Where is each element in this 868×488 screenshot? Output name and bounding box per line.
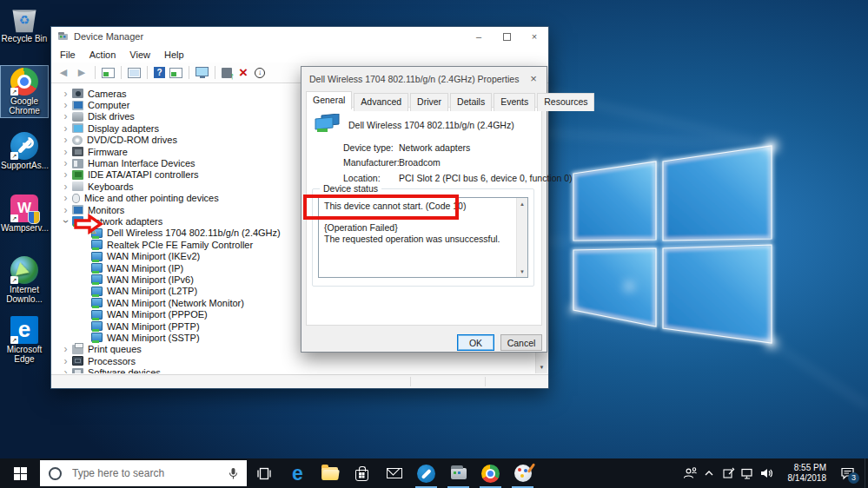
tree-row-label: Cameras — [87, 89, 127, 99]
scroll-down-icon[interactable]: ▼ — [536, 361, 547, 373]
update-driver-icon[interactable] — [222, 68, 232, 78]
shortcut-arrow-icon: ↗ — [10, 276, 18, 284]
task-view-button[interactable] — [247, 458, 282, 488]
tree-row-label: WAN Miniport (Network Monitor) — [106, 298, 244, 308]
taskbar-chrome[interactable] — [474, 458, 507, 488]
tree-row-label: WAN Miniport (SSTP) — [106, 333, 200, 343]
people-icon[interactable] — [680, 458, 699, 488]
network-card-icon — [91, 263, 103, 273]
scan-hardware-icon[interactable] — [195, 67, 209, 76]
uninstall-icon[interactable] — [236, 66, 250, 79]
file-explorer-icon — [321, 467, 338, 479]
tree-row[interactable]: › Software devices — [51, 366, 535, 373]
microphone-icon[interactable] — [229, 467, 238, 480]
chevron-icon[interactable]: › — [60, 159, 71, 168]
tab-driver[interactable]: Driver — [410, 93, 448, 111]
scroll-up-icon[interactable]: ▲ — [517, 198, 527, 209]
status-scrollbar[interactable]: ▲ ▼ — [516, 198, 527, 277]
recycle-bin-icon — [10, 5, 38, 33]
network-icon[interactable] — [738, 458, 757, 488]
chevron-icon[interactable]: › — [60, 124, 71, 133]
tree-row[interactable]: › Processors — [51, 355, 535, 366]
dialog-close-icon[interactable]: × — [520, 67, 547, 90]
tab-resources[interactable]: Resources — [537, 93, 594, 111]
desktop-icon-google-chrome[interactable]: ↗ Google Chrome — [1, 66, 48, 117]
chevron-icon[interactable]: › — [60, 345, 71, 353]
menu-action[interactable]: Action — [83, 48, 123, 62]
menu-view[interactable]: View — [123, 48, 157, 62]
chevron-icon[interactable]: › — [60, 101, 71, 109]
shortcut-arrow-icon: ↗ — [10, 214, 18, 222]
desktop-icon-label: Recycle Bin — [1, 34, 48, 43]
close-button[interactable]: × — [520, 27, 548, 46]
chevron-icon[interactable]: › — [60, 182, 71, 191]
chevron-icon[interactable]: › — [60, 194, 71, 202]
ok-button[interactable]: OK — [457, 334, 494, 351]
volume-icon[interactable] — [757, 458, 776, 488]
menu-file[interactable]: File — [53, 48, 83, 62]
chevron-up-icon[interactable] — [699, 458, 719, 488]
export-list-icon[interactable] — [169, 68, 182, 78]
back-icon[interactable] — [56, 66, 70, 79]
chevron-icon[interactable]: › — [60, 112, 71, 121]
desktop-icon-microsoft-edge[interactable]: ↗ Microsoft Edge — [1, 314, 48, 366]
show-desktop-strip[interactable] — [865, 458, 868, 488]
firmware-icon — [72, 147, 83, 156]
taskbar-file-explorer[interactable] — [314, 458, 346, 488]
printer-icon — [72, 345, 83, 354]
taskbar-store[interactable] — [346, 458, 378, 488]
chevron-icon[interactable]: › — [60, 206, 71, 214]
tab-events[interactable]: Events — [494, 93, 535, 111]
chevron-icon[interactable]: › — [60, 357, 71, 366]
taskbar-search[interactable] — [40, 460, 247, 486]
chevron-icon[interactable]: › — [60, 170, 71, 179]
desktop-icon-label: SupportAs... — [1, 161, 48, 170]
chevron-icon[interactable]: › — [60, 135, 71, 144]
shortcut-arrow-icon: ↗ — [10, 152, 18, 160]
status-line: The requested operation was unsuccessful… — [324, 234, 510, 245]
show-console-tree-icon[interactable] — [102, 68, 115, 78]
desktop-icon-recycle-bin[interactable]: Recycle Bin — [1, 3, 48, 45]
clock[interactable]: 8:55 PM 8/14/2018 — [776, 463, 830, 484]
scroll-down-icon[interactable]: ▼ — [517, 266, 527, 277]
tab-advanced[interactable]: Advanced — [354, 93, 408, 111]
cancel-button[interactable]: Cancel — [500, 334, 542, 351]
location-label: Location: — [343, 173, 381, 183]
menu-help[interactable]: Help — [157, 48, 191, 62]
tab-details[interactable]: Details — [450, 93, 492, 111]
taskbar-device-manager[interactable] — [442, 458, 474, 488]
disable-icon[interactable] — [255, 68, 265, 78]
start-button[interactable] — [0, 458, 40, 488]
desktop-icon-supportassist[interactable]: ↗ SupportAs... — [1, 130, 48, 172]
chevron-icon[interactable]: › — [60, 148, 71, 156]
windows-ink-icon[interactable] — [719, 458, 738, 488]
action-center-button[interactable]: 3 — [830, 458, 865, 488]
chevron-icon[interactable]: › — [62, 215, 70, 227]
desktop-icon-label: Google Chrome — [1, 96, 48, 115]
device-manager-titlebar[interactable]: Device Manager – × — [51, 27, 548, 46]
system-tray: 8:55 PM 8/14/2018 3 — [680, 458, 868, 488]
dialog-titlebar[interactable]: Dell Wireless 1704 802.11b/g/n (2.4GHz) … — [301, 67, 547, 90]
taskbar-edge[interactable] — [282, 458, 314, 488]
search-input[interactable] — [72, 467, 229, 479]
tree-row-label: Display adapters — [87, 123, 159, 134]
tree-row-label: WAN Miniport (IP) — [106, 263, 183, 274]
desktop-icon-wampserver[interactable]: ↗ Wampserv... — [1, 193, 48, 234]
mouse-icon — [72, 194, 80, 203]
manufacturer-value: Broadcom — [399, 157, 441, 168]
help-icon[interactable] — [154, 67, 165, 78]
desktop-icon-internet-download-manager[interactable]: ↗ Internet Downlo... — [1, 254, 48, 306]
tray-date: 8/14/2018 — [776, 473, 826, 484]
taskbar-mail[interactable] — [378, 458, 410, 488]
chevron-icon[interactable]: › — [60, 368, 71, 373]
forward-icon[interactable] — [75, 66, 89, 79]
properties-icon[interactable] — [128, 68, 141, 78]
chevron-icon[interactable]: › — [60, 89, 71, 98]
tab-general[interactable]: General — [306, 91, 352, 109]
taskbar-paint[interactable] — [507, 458, 539, 488]
minimize-button[interactable]: – — [465, 27, 493, 46]
maximize-button[interactable] — [493, 27, 520, 46]
toolbar-separator — [215, 66, 215, 79]
device-manager-app-icon — [57, 31, 69, 42]
taskbar-supportassist[interactable] — [410, 458, 442, 488]
